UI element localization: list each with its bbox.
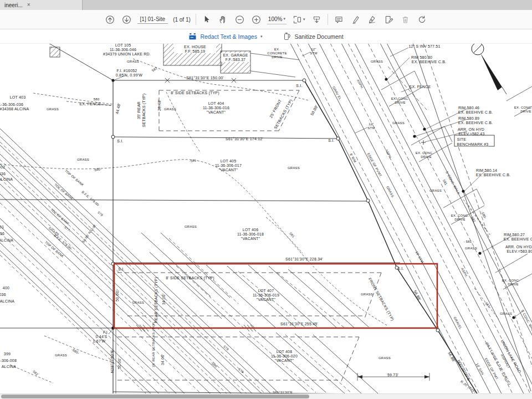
highlight-tool-button[interactable] [350, 14, 361, 25]
zoom-level-value: 100% [268, 16, 283, 22]
sanitize-label: Sanitize Document [294, 33, 343, 40]
redact-action-bar: Redact Text & Images ▾ Sanitize Document [0, 29, 532, 44]
hand-icon [218, 15, 228, 24]
leader-lines [100, 48, 524, 334]
arrow-down-circle-icon [122, 15, 131, 24]
contour-lines [0, 59, 499, 383]
delete-tool-button[interactable] [400, 14, 411, 25]
comment-bubble-icon [334, 15, 344, 24]
page-number-field[interactable]: [1] 01-Site [137, 16, 168, 24]
north-arrow [472, 43, 507, 94]
toolbar: [1] 01-Site (1 of 1) 100% ▾ ▾ [0, 10, 532, 29]
highlighter-icon [351, 15, 360, 24]
zoom-out-button[interactable] [234, 14, 245, 25]
existing-buildings [50, 43, 250, 73]
horizontal-scrollbar[interactable] [0, 393, 532, 399]
chevron-down-icon: ▾ [303, 17, 305, 22]
site-benchmark-box [454, 135, 494, 146]
redact-menu-button[interactable]: Redact Text & Images ▾ [185, 32, 265, 41]
tab-bar: ineeri... × [0, 0, 532, 10]
fountain-pen-icon [367, 15, 377, 24]
page-fit-dropdown[interactable]: ▾ [291, 14, 306, 25]
redact-label: Redact Text & Images [200, 33, 257, 40]
site-plan-canvas [0, 0, 532, 399]
chevron-down-icon: ▾ [283, 17, 285, 21]
arrow-up-circle-icon [105, 15, 115, 24]
cursor-icon [202, 15, 211, 24]
comment-tool-button[interactable] [333, 14, 345, 25]
minus-circle-icon [235, 15, 244, 24]
hydrant-symbol [421, 140, 426, 145]
page-up-button[interactable] [104, 14, 116, 25]
select-tool-button[interactable] [201, 14, 212, 25]
tab-close-icon[interactable]: × [27, 2, 30, 8]
edit-page-tool-button[interactable] [383, 14, 395, 25]
fit-page-icon [293, 15, 302, 24]
rotate-tool-button[interactable] [416, 14, 428, 25]
scrollbar-thumb[interactable] [1, 395, 309, 398]
edit-page-icon [384, 15, 393, 24]
sanitize-button[interactable]: Sanitize Document [280, 32, 346, 41]
toolbar-divider [196, 14, 196, 25]
tab-title: ineeri... [4, 2, 23, 8]
document-tab[interactable]: ineeri... × [0, 0, 83, 10]
zoom-in-button[interactable] [250, 14, 262, 25]
hand-tool-button[interactable] [217, 14, 229, 25]
set-iron-symbols [111, 79, 439, 332]
road-lines [290, 43, 532, 399]
rotate-icon [417, 15, 427, 24]
sanitize-icon [283, 32, 291, 40]
bank-lines-dashed [0, 142, 352, 399]
redact-icon [188, 33, 197, 40]
scroll-mode-button[interactable] [311, 14, 323, 25]
setback-lines [117, 90, 381, 382]
zoom-level-dropdown[interactable]: 100% ▾ [267, 15, 287, 24]
page-count-label: (1 of 1) [173, 17, 191, 23]
sign-tool-button[interactable] [366, 14, 378, 25]
plus-circle-icon [252, 15, 261, 24]
page-down-button[interactable] [121, 14, 132, 25]
toolbar-divider [328, 14, 328, 25]
lot-boundaries [0, 43, 499, 399]
trash-icon [401, 15, 410, 24]
scroll-page-icon [312, 15, 321, 24]
dimension-line [357, 373, 429, 381]
chevron-down-icon: ▾ [260, 34, 263, 39]
